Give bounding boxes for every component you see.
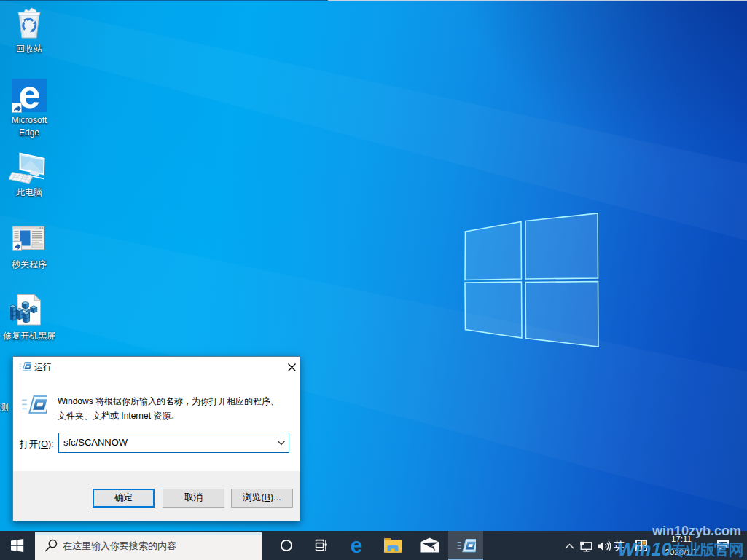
- svg-text:e: e: [18, 78, 40, 113]
- svg-text:e: e: [351, 537, 363, 554]
